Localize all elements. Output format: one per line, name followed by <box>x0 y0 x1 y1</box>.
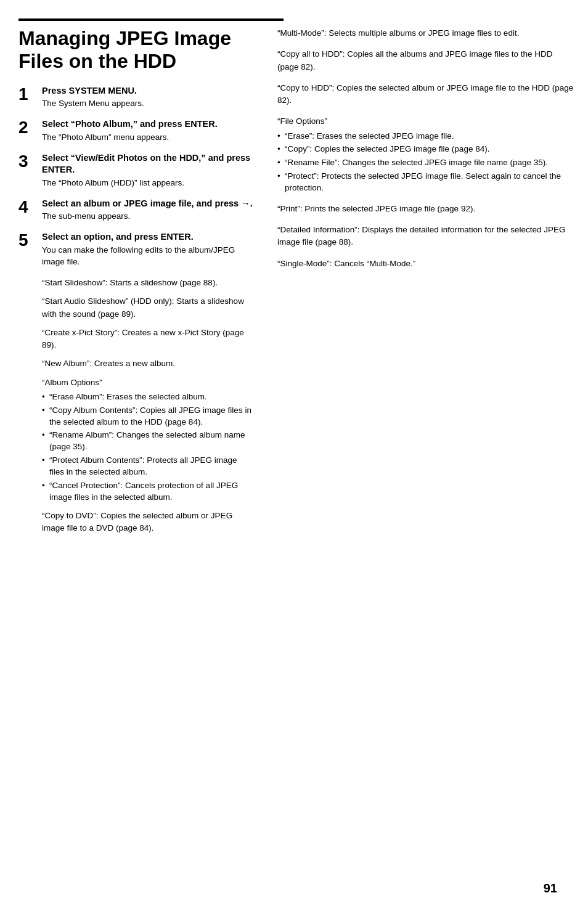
copy-to-dvd-option: “Copy to DVD”: Copies the selected album… <box>42 510 253 535</box>
step-5: 5 Select an option, and press ENTER. You… <box>18 231 253 268</box>
multi-mode-option: “Multi-Mode”: Selects multiple albums or… <box>277 27 576 39</box>
main-content: Managing JPEG Image Files on the HDD 1 P… <box>0 27 588 889</box>
step-4-content: Select an album or JPEG image file, and … <box>42 198 253 223</box>
step-1-content: Press SYSTEM MENU. The System Menu appea… <box>42 85 253 110</box>
step-5-number: 5 <box>18 231 38 250</box>
detailed-info-option: “Detailed Information”: Displays the det… <box>277 224 576 249</box>
step-3-number: 3 <box>18 152 38 171</box>
step-3: 3 Select “View/Edit Photos on the HDD,” … <box>18 152 253 189</box>
file-option-copy: “Copy”: Copies the selected JPEG image f… <box>277 144 576 155</box>
page-number: 91 <box>544 881 557 896</box>
copy-all-hdd-option: “Copy all to HDD”: Copies all the albums… <box>277 48 576 73</box>
album-options-label: “Album Options” <box>42 377 253 389</box>
step-3-title: Select “View/Edit Photos on the HDD,” an… <box>42 152 253 176</box>
album-option-protect: “Protect Album Contents”: Protects all J… <box>42 455 253 478</box>
audio-slideshow-option: “Start Audio Slideshow” (HDD only): Star… <box>42 295 253 320</box>
page-title: Managing JPEG Image Files on the HDD <box>18 27 253 73</box>
step-5-title: Select an option, and press ENTER. <box>42 231 253 243</box>
step-5-desc: You can make the following edits to the … <box>42 245 253 268</box>
step-5-content: Select an option, and press ENTER. You c… <box>42 231 253 268</box>
step-4-number: 4 <box>18 198 38 217</box>
new-album-option: “New Album”: Creates a new album. <box>42 357 253 370</box>
step-2: 2 Select “Photo Album,” and press ENTER.… <box>18 118 253 144</box>
album-option-erase: “Erase Album”: Erases the selected album… <box>42 391 253 403</box>
file-options-label: “File Options” <box>277 115 576 128</box>
step-4: 4 Select an album or JPEG image file, an… <box>18 198 253 223</box>
step-2-title: Select “Photo Album,” and press ENTER. <box>42 118 253 130</box>
step-1-title: Press SYSTEM MENU. <box>42 85 253 97</box>
page-container: Managing JPEG Image Files on the HDD 1 P… <box>0 0 588 914</box>
file-option-erase: “Erase”: Erases the selected JPEG image … <box>277 131 576 142</box>
print-option: “Print”: Prints the selected JPEG image … <box>277 203 576 215</box>
file-option-protect: “Protect”: Protects the selected JPEG im… <box>277 171 576 194</box>
step-1-desc: The System Menu appears. <box>42 98 253 110</box>
step-2-content: Select “Photo Album,” and press ENTER. T… <box>42 118 253 144</box>
slideshow-option: “Start Slideshow”: Starts a slideshow (p… <box>42 277 253 289</box>
step-1: 1 Press SYSTEM MENU. The System Menu app… <box>18 85 253 110</box>
album-options-list: “Erase Album”: Erases the selected album… <box>42 391 253 504</box>
xpict-option: “Create x-Pict Story”: Creates a new x-P… <box>42 327 253 352</box>
copy-to-hdd-option: “Copy to HDD”: Copies the selected album… <box>277 82 576 107</box>
album-option-rename: “Rename Album”: Changes the selected alb… <box>42 430 253 453</box>
step-4-title: Select an album or JPEG image file, and … <box>42 198 253 210</box>
step-3-desc: The “Photo Album (HDD)” list appears. <box>42 177 253 189</box>
file-option-rename: “Rename File”: Changes the selected JPEG… <box>277 157 576 169</box>
album-option-copy-contents: “Copy Album Contents”: Copies all JPEG i… <box>42 405 253 428</box>
step-3-content: Select “View/Edit Photos on the HDD,” an… <box>42 152 253 189</box>
top-rule <box>18 18 284 21</box>
step-5-sub-content: “Start Slideshow”: Starts a slideshow (p… <box>18 277 253 534</box>
left-column: Managing JPEG Image Files on the HDD 1 P… <box>0 27 265 889</box>
step-1-number: 1 <box>18 85 38 104</box>
right-column: “Multi-Mode”: Selects multiple albums or… <box>265 27 588 889</box>
step-4-desc: The sub-menu appears. <box>42 211 253 222</box>
album-option-cancel-protection: “Cancel Protection”: Cancels protection … <box>42 480 253 504</box>
step-2-number: 2 <box>18 118 38 137</box>
step-2-desc: The “Photo Album” menu appears. <box>42 132 253 144</box>
single-mode-option: “Single-Mode”: Cancels “Multi-Mode.” <box>277 258 576 270</box>
file-options-list: “Erase”: Erases the selected JPEG image … <box>277 131 576 194</box>
